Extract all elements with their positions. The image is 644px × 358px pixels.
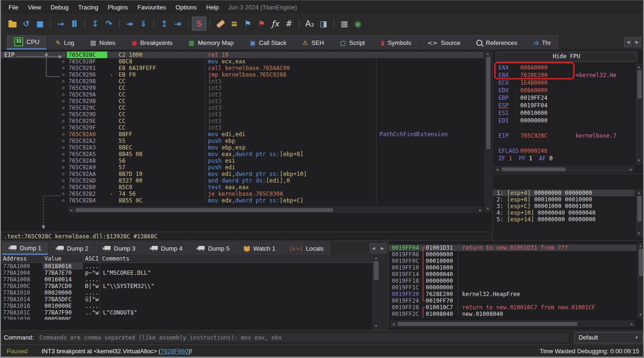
breakpoint-dot[interactable] [62, 133, 65, 136]
tab-log[interactable]: ✎Log [48, 35, 82, 50]
tab-locals[interactable]: |x=|Locals [283, 242, 330, 255]
tab-memory-map[interactable]: ▦Memory Map [181, 35, 241, 50]
scrollbar-thumb[interactable] [374, 261, 378, 280]
dump-row[interactable]: 77BA101C77BA7F90..°wL"CONOUT$" [1, 309, 372, 316]
disasm-row[interactable]: 765C92A38BECmov ebp,esp [1, 144, 484, 151]
scroll-up-arrow[interactable] [374, 256, 378, 260]
disasm-row[interactable]: 765C92B2▾74 56je kernelbase.765C930A [1, 191, 484, 197]
disasm-row[interactable]: 765C9291E8 6A19FEFFcall kernelbase.765AA… [1, 65, 484, 71]
register-row-esi[interactable]: ESI00010000 [493, 109, 635, 117]
breakpoint-dot[interactable] [62, 53, 65, 56]
tab-seh[interactable]: ⚠SEH [295, 35, 331, 50]
stack-row[interactable]: 0019FF1C│00000000 [389, 284, 636, 291]
step-out-button[interactable]: ⇓ [137, 17, 150, 30]
tab-dump-1[interactable]: Dump 1 [2, 242, 48, 255]
dump-vertical-scrollbar[interactable] [372, 255, 379, 330]
tab-source[interactable]: <>Source [420, 35, 468, 50]
run-button[interactable]: → [54, 17, 68, 30]
scrollbar-thumb[interactable] [502, 167, 566, 171]
hide-fpu-button[interactable]: Hide FPU [496, 52, 637, 62]
run-to-user-code-button[interactable]: ⇥ [171, 17, 185, 30]
arguments-vertical-scrollbar[interactable] [636, 190, 643, 237]
stack-horizontal-scrollbar[interactable] [391, 321, 635, 327]
disasm-row[interactable]: 765C92A58B45 08mov eax,dword ptr ss:[ebp… [1, 151, 484, 157]
scroll-up-arrow[interactable] [638, 65, 640, 69]
disasm-row[interactable]: 765C92A856push esi [1, 157, 484, 164]
disasm-row[interactable]: 765C928CC2 1000ret 10 [1, 52, 484, 58]
scroll-left-arrow[interactable] [496, 168, 498, 172]
disasm-row[interactable]: 765C92AD8327 00and dword ptr ds:[edi],0 [1, 177, 484, 184]
breakpoint-dot[interactable] [62, 87, 65, 89]
scroll-right-arrow[interactable] [479, 209, 481, 212]
functions-button[interactable]: ƒx [268, 17, 282, 30]
bookmarks-button[interactable]: ⚑ [255, 17, 268, 30]
execute-till-return-button[interactable]: ↥ [157, 17, 171, 30]
tab-breakpoints[interactable]: ●Breakpoints [124, 35, 180, 50]
disasm-row[interactable]: 765C929ACCint3 [1, 91, 484, 98]
breakpoint-dot[interactable] [62, 153, 65, 156]
dump-row[interactable]: 77BA10200005000C [1, 316, 372, 320]
breakpoint-dot[interactable] [62, 173, 65, 175]
disasm-row[interactable]: 765C92AA8B7D 10mov edi,dword ptr ss:[ebp… [1, 171, 484, 177]
disasm-row[interactable]: 765C929CCCint3 [1, 105, 484, 111]
breakpoint-dot[interactable] [62, 60, 65, 63]
scroll-right-arrow[interactable] [631, 323, 633, 326]
strings-button[interactable]: A₂ [303, 17, 317, 30]
disasm-row[interactable]: 765C92B48B55 0Cmov edx,dword ptr ss:[ebp… [1, 197, 484, 204]
tab-dump-5[interactable]: Dump 5 [190, 242, 236, 255]
breakpoint-dot[interactable] [62, 166, 65, 169]
disasm-row[interactable]: 765C9296▴EB F0jmp kernelbase.765C9288 [1, 71, 484, 78]
stack-row[interactable]: 0019FF18│00000000 [389, 278, 636, 284]
command-profile-dropdown[interactable]: Default ▼ [574, 332, 643, 343]
disasm-row[interactable]: 765C929FCCint3 [1, 124, 484, 131]
register-row-ecx[interactable]: ECX1E4B0000 [493, 79, 635, 87]
breakpoint-dot[interactable] [62, 113, 65, 116]
dump-row[interactable]: 77BA10180010000E.... [1, 303, 372, 309]
dump-row[interactable]: 77BA101477BA5DFCü]°w [1, 296, 372, 303]
pause-button[interactable] [68, 17, 81, 30]
argument-row[interactable]: 5: [esp+14] 00000000 00000000 [493, 216, 635, 223]
website-button[interactable]: ◉ [351, 17, 365, 30]
menu-item-debug[interactable]: Debug [46, 2, 73, 12]
calculator-button[interactable]: ▦ [337, 17, 351, 30]
register-row-esp[interactable]: ESP0019FF04 [493, 102, 635, 109]
disasm-row[interactable]: 765C92B085C0test eax,eax [1, 184, 484, 191]
tab-dump-3[interactable]: Dump 3 [96, 242, 142, 255]
scrollbar-thumb[interactable] [398, 322, 577, 326]
patches-button[interactable] [214, 17, 227, 30]
breakpoint-dot[interactable] [62, 126, 65, 129]
stack-vertical-scrollbar[interactable] [637, 243, 644, 318]
stack-row[interactable]: 0019FF10│00001000 [389, 264, 636, 271]
dump-tab-scroll-right-button[interactable] [378, 243, 386, 253]
scroll-left-arrow[interactable] [392, 323, 395, 326]
s-toggle-button[interactable]: S [192, 17, 206, 31]
register-row-eax[interactable]: EAX008A0000 [493, 64, 635, 71]
argument-row[interactable]: 2: [esp+8] 00010000 00010000 [493, 196, 635, 203]
scroll-down-arrow[interactable] [487, 207, 489, 211]
stack-row[interactable]: 0019FF08│00000000 [389, 251, 636, 258]
dump-tab-scroll-left-button[interactable] [369, 243, 378, 253]
register-row-eip[interactable]: EIP765C928Ckernelbase.7 [493, 132, 635, 140]
tab-scroll-left-button[interactable] [624, 37, 632, 47]
dump-column-header-comments[interactable]: Comments [100, 255, 372, 262]
menu-item-plugins[interactable]: Plugins [103, 2, 133, 12]
breakpoint-dot[interactable] [62, 106, 65, 109]
scroll-up-arrow[interactable] [638, 191, 640, 195]
open-folder-button[interactable] [6, 17, 19, 30]
menu-item-help[interactable]: Help [201, 2, 223, 12]
disassembly-horizontal-scrollbar[interactable] [69, 207, 483, 213]
register-row-eflags[interactable]: EFLAGS00000246 [493, 147, 635, 155]
scroll-up-arrow[interactable] [487, 52, 489, 56]
breakpoint-dot[interactable] [62, 93, 65, 96]
stack-row[interactable]: 0019FF14│00000040 [389, 271, 636, 278]
argument-row[interactable]: 1: [esp+4] 00000000 00000000 [493, 190, 635, 196]
command-input[interactable] [37, 332, 570, 343]
menu-item-favourites[interactable]: Favourites [133, 2, 171, 12]
breakpoint-dot[interactable] [62, 186, 65, 189]
dump-column-header-value[interactable]: Value [43, 255, 83, 262]
register-row-edx[interactable]: EDX008A0000 [493, 87, 635, 94]
scroll-down-arrow[interactable] [638, 159, 640, 163]
menu-item-tracing[interactable]: Tracing [73, 2, 103, 12]
breakpoint-address-link[interactable]: 7628F660 [161, 348, 189, 355]
step-over-button[interactable]: ↷ [102, 17, 116, 30]
